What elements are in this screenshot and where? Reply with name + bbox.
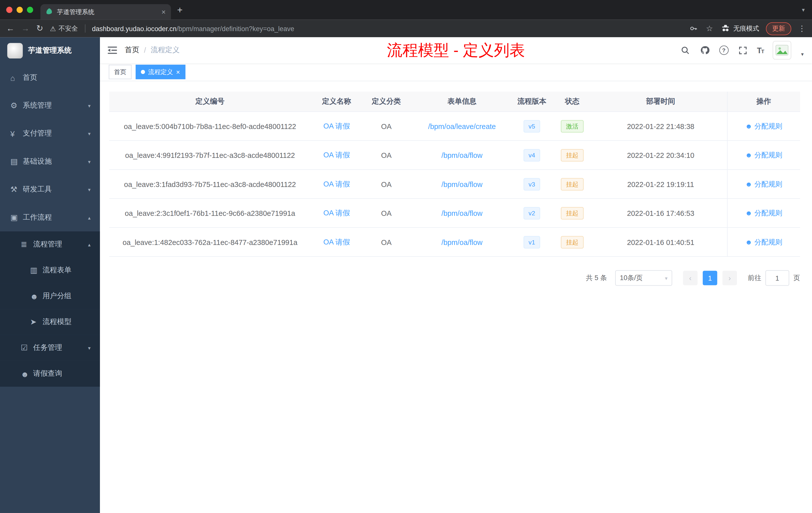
sidebar-item-system-management[interactable]: ⚙ 系统管理 ▾	[0, 92, 100, 119]
bookmark-star-icon[interactable]: ☆	[705, 24, 714, 33]
tab-title: 芋道管理系统	[57, 7, 157, 16]
close-window-button[interactable]	[6, 7, 12, 13]
page-number-button[interactable]: 1	[703, 271, 717, 285]
goto-page-input[interactable]	[765, 270, 789, 286]
tag-close-icon[interactable]: ×	[176, 68, 180, 75]
tag-process-definition[interactable]: 流程定义 ×	[136, 65, 185, 79]
address-bar[interactable]: dashboard.yudao.iocoder.cn/bpm/manager/d…	[92, 25, 682, 32]
app-navbar: 首页 / 流程定义 流程模型 - 定义列表 ? TT	[100, 37, 812, 63]
col-definition-name: 定义名称	[311, 92, 362, 112]
browser-toolbar: ← → ↻ ⚠ 不安全 dashboard.yudao.iocoder.cn/b…	[0, 20, 812, 37]
incognito-badge: 无痕模式	[721, 24, 759, 33]
help-icon[interactable]: ?	[719, 45, 729, 55]
definition-name-link[interactable]: OA 请假	[323, 150, 350, 159]
url-path: /bpm/manager/definition?key=oa_leave	[176, 25, 294, 32]
user-icon: ☻	[745, 209, 752, 217]
app-logo	[7, 43, 23, 58]
password-key-icon[interactable]	[689, 24, 698, 33]
form-link[interactable]: /bpm/oa/flow	[441, 209, 483, 217]
table-row: oa_leave:3:1fad3d93-7b75-11ec-a3c8-acde4…	[109, 170, 800, 199]
forward-icon[interactable]: →	[21, 24, 30, 33]
github-icon[interactable]	[699, 45, 710, 55]
search-icon[interactable]	[680, 45, 691, 55]
hamburger-icon[interactable]	[100, 46, 125, 55]
tag-home[interactable]: 首页	[109, 65, 132, 79]
new-tab-button[interactable]: +	[177, 5, 182, 14]
deploy-time: 2022-01-22 19:19:11	[594, 170, 727, 199]
definitions-table: 定义编号 定义名称 定义分类 表单信息 流程版本 状态 部署时间 操作 oa_l	[109, 92, 800, 257]
form-link[interactable]: /bpm/oa/flow	[441, 238, 483, 246]
task-icon: ☑	[21, 343, 33, 352]
breadcrumb-separator: /	[144, 46, 146, 55]
col-status: 状态	[550, 92, 594, 112]
sidebar-item-task-management[interactable]: ☑ 任务管理 ▾	[0, 335, 100, 361]
form-link[interactable]: /bpm/oa/flow	[441, 151, 483, 159]
screen: 芋道管理系统 × + ▾ ← → ↻ ⚠ 不安全 dashboard.yudao…	[0, 0, 812, 513]
col-operations: 操作	[727, 92, 800, 112]
status-tag: 挂起	[561, 178, 584, 190]
browser-menu-icon[interactable]: ⋮	[798, 24, 806, 33]
prev-page-button[interactable]: ‹	[683, 271, 697, 285]
sidebar-item-home[interactable]: ⌂ 首页	[0, 64, 100, 92]
sidebar-item-payment-management[interactable]: ¥ 支付管理 ▾	[0, 119, 100, 147]
definition-name-link[interactable]: OA 请假	[323, 208, 350, 217]
user-icon: ☻	[745, 238, 752, 246]
user-group-icon: ☻	[30, 292, 43, 300]
table-row: oa_leave:4:991f2193-7b7f-11ec-a3c8-acde4…	[109, 141, 800, 170]
sidebar-item-dev-tools[interactable]: ⚒ 研发工具 ▾	[0, 175, 100, 203]
assign-rule-link[interactable]: ☻分配规则	[745, 237, 782, 247]
chevron-up-icon: ▴	[88, 215, 91, 220]
form-link[interactable]: /bpm/oa/leave/create	[428, 122, 496, 130]
browser-update-button[interactable]: 更新	[766, 22, 791, 35]
window-controls	[0, 7, 40, 13]
table-header-row: 定义编号 定义名称 定义分类 表单信息 流程版本 状态 部署时间 操作	[109, 92, 800, 112]
zoom-window-button[interactable]	[27, 7, 33, 13]
sidebar-item-workflow[interactable]: ▣ 工作流程 ▴	[0, 204, 100, 232]
definition-name-link[interactable]: OA 请假	[323, 121, 350, 130]
tab-search-icon[interactable]: ▾	[802, 6, 805, 13]
font-size-icon[interactable]: TT	[757, 46, 764, 55]
next-page-button[interactable]: ›	[722, 271, 737, 285]
assign-rule-link[interactable]: ☻分配规则	[745, 179, 782, 189]
sidebar-item-leave-query[interactable]: ☻ 请假查询	[0, 361, 100, 387]
tools-icon: ⚒	[10, 185, 23, 194]
assign-rule-link[interactable]: ☻分配规则	[745, 150, 782, 160]
chevron-up-icon: ▴	[88, 241, 91, 247]
avatar-caret-icon[interactable]: ▾	[801, 51, 804, 57]
process-management-icon: ≣	[21, 240, 33, 249]
sidebar-item-process-management[interactable]: ≣ 流程管理 ▴	[0, 232, 100, 257]
reload-icon[interactable]: ↻	[36, 24, 43, 33]
definition-name-link[interactable]: OA 请假	[323, 179, 350, 188]
definition-name-link[interactable]: OA 请假	[323, 237, 350, 246]
navbar-actions: ? TT ▾	[680, 41, 804, 59]
fullscreen-icon[interactable]	[738, 45, 748, 55]
incognito-label: 无痕模式	[733, 24, 759, 33]
deploy-time: 2022-01-16 01:40:51	[594, 228, 727, 256]
version-tag: v5	[523, 120, 540, 132]
page-size-select[interactable]: 10条/页 ▾	[615, 270, 672, 286]
back-icon[interactable]: ←	[6, 24, 14, 33]
breadcrumb-home[interactable]: 首页	[125, 46, 139, 55]
definition-category: OA	[362, 199, 410, 228]
deploy-time: 2022-01-22 20:34:10	[594, 141, 727, 170]
sidebar-item-process-model[interactable]: ➤ 流程模型	[0, 309, 100, 335]
tags-view: 首页 流程定义 ×	[100, 63, 812, 81]
sidebar-item-infrastructure[interactable]: ▤ 基础设施 ▾	[0, 148, 100, 175]
sidebar-item-user-group[interactable]: ☻ 用户分组	[0, 283, 100, 309]
avatar[interactable]	[773, 41, 791, 59]
chevron-down-icon: ▾	[88, 131, 91, 137]
assign-rule-link[interactable]: ☻分配规则	[745, 121, 782, 131]
browser-tab[interactable]: 芋道管理系统 ×	[40, 4, 171, 20]
col-deploy-time: 部署时间	[594, 92, 727, 112]
form-icon: ▥	[30, 266, 43, 275]
form-link[interactable]: /bpm/oa/flow	[441, 180, 483, 188]
active-dot-icon	[141, 70, 145, 74]
definition-id: oa_leave:4:991f2193-7b7f-11ec-a3c8-acde4…	[109, 141, 311, 170]
assign-rule-link[interactable]: ☻分配规则	[745, 208, 782, 218]
deploy-time: 2022-01-16 17:46:53	[594, 199, 727, 228]
chevron-down-icon: ▾	[88, 103, 91, 109]
sidebar-item-process-form[interactable]: ▥ 流程表单	[0, 257, 100, 283]
tab-close-icon[interactable]: ×	[162, 8, 166, 16]
minimize-window-button[interactable]	[17, 7, 23, 13]
site-security-chip[interactable]: ⚠ 不安全	[50, 24, 78, 33]
